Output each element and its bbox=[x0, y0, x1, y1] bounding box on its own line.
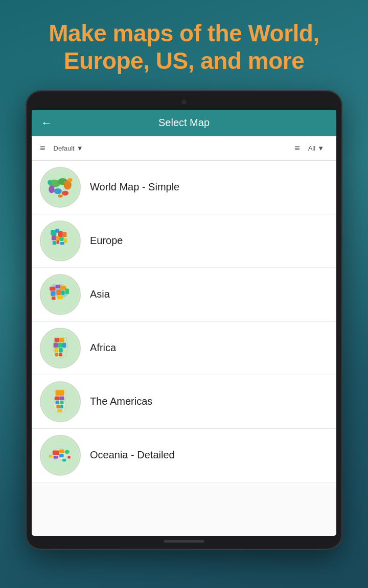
svg-rect-42 bbox=[55, 353, 59, 356]
map-thumbnail-africa bbox=[40, 328, 81, 369]
svg-point-8 bbox=[48, 180, 52, 185]
svg-rect-16 bbox=[59, 237, 64, 241]
svg-rect-17 bbox=[63, 232, 67, 237]
svg-rect-39 bbox=[62, 342, 66, 348]
sort-chevron-icon: ▼ bbox=[77, 144, 83, 152]
svg-rect-32 bbox=[57, 295, 62, 299]
svg-rect-18 bbox=[53, 241, 56, 245]
svg-rect-21 bbox=[60, 241, 64, 244]
filter-dropdown[interactable]: All ▼ bbox=[304, 142, 328, 154]
svg-point-62 bbox=[67, 455, 71, 458]
svg-point-6 bbox=[62, 190, 68, 195]
svg-rect-43 bbox=[59, 353, 62, 356]
svg-rect-47 bbox=[59, 396, 64, 400]
hero-title: Make maps of the World, Europe, US, and … bbox=[31, 19, 337, 75]
map-thumbnail-world-simple bbox=[40, 167, 81, 208]
svg-point-60 bbox=[49, 455, 53, 458]
map-name-americas: The Americas bbox=[90, 396, 152, 407]
map-thumbnail-europe bbox=[40, 220, 81, 261]
map-list: World Map - Simple bbox=[32, 161, 336, 536]
svg-rect-38 bbox=[58, 342, 62, 348]
svg-rect-28 bbox=[65, 288, 70, 293]
map-name-world-simple: World Map - Simple bbox=[90, 181, 179, 193]
map-thumbnail-americas bbox=[40, 381, 81, 422]
svg-rect-58 bbox=[54, 455, 59, 458]
svg-rect-26 bbox=[56, 285, 61, 288]
svg-rect-25 bbox=[50, 286, 55, 290]
svg-rect-37 bbox=[54, 342, 58, 348]
svg-rect-15 bbox=[56, 236, 59, 240]
svg-rect-45 bbox=[56, 390, 64, 396]
svg-rect-14 bbox=[52, 235, 56, 240]
svg-rect-33 bbox=[52, 296, 56, 300]
svg-point-7 bbox=[67, 178, 73, 182]
svg-rect-31 bbox=[61, 290, 65, 295]
svg-point-4 bbox=[54, 188, 62, 193]
svg-rect-19 bbox=[56, 240, 59, 244]
svg-rect-57 bbox=[59, 454, 64, 457]
svg-rect-30 bbox=[56, 289, 61, 295]
hero-section: Make maps of the World, Europe, US, and … bbox=[0, 0, 368, 90]
map-name-asia: Asia bbox=[90, 288, 110, 300]
svg-rect-55 bbox=[53, 450, 59, 455]
filter-icon: ≡ bbox=[294, 143, 300, 154]
map-item-world-simple[interactable]: World Map - Simple bbox=[32, 161, 336, 214]
svg-rect-51 bbox=[60, 404, 63, 408]
svg-rect-20 bbox=[64, 238, 67, 243]
svg-rect-46 bbox=[55, 396, 60, 400]
map-item-oceania[interactable]: Oceania - Detailed bbox=[32, 429, 336, 482]
map-name-europe: Europe bbox=[90, 235, 123, 247]
svg-rect-29 bbox=[51, 291, 56, 296]
svg-rect-52 bbox=[57, 409, 62, 412]
tablet-frame: ← Select Map ≡ Default ▼ ≡ All ▼ bbox=[26, 90, 342, 550]
map-thumbnail-oceania bbox=[40, 435, 81, 476]
back-button[interactable]: ← bbox=[41, 116, 52, 130]
map-thumbnail-asia bbox=[40, 274, 81, 315]
tablet-screen: ← Select Map ≡ Default ▼ ≡ All ▼ bbox=[32, 110, 336, 536]
app-bar: ← Select Map bbox=[32, 110, 336, 136]
svg-point-61 bbox=[62, 458, 66, 461]
map-item-africa[interactable]: Africa bbox=[32, 322, 336, 375]
tablet-home-bar bbox=[164, 540, 204, 543]
svg-point-0 bbox=[42, 168, 79, 205]
map-name-africa: Africa bbox=[90, 342, 116, 354]
sort-icon: ≡ bbox=[40, 143, 45, 154]
svg-rect-50 bbox=[56, 404, 60, 408]
svg-point-5 bbox=[49, 185, 54, 193]
svg-point-9 bbox=[58, 194, 63, 198]
tablet-camera bbox=[181, 100, 187, 105]
svg-rect-41 bbox=[59, 348, 63, 353]
app-bar-title: Select Map bbox=[59, 117, 309, 129]
filter-bar: ≡ Default ▼ ≡ All ▼ bbox=[32, 136, 336, 161]
map-name-oceania: Oceania - Detailed bbox=[90, 449, 175, 461]
svg-point-59 bbox=[65, 450, 70, 454]
svg-rect-36 bbox=[59, 338, 64, 342]
svg-rect-35 bbox=[55, 338, 60, 342]
svg-rect-48 bbox=[56, 401, 60, 404]
map-item-asia[interactable]: Asia bbox=[32, 268, 336, 322]
filter-chevron-icon: ▼ bbox=[317, 144, 324, 152]
svg-rect-56 bbox=[59, 449, 64, 453]
sort-dropdown[interactable]: Default ▼ bbox=[50, 142, 87, 154]
svg-rect-49 bbox=[60, 401, 64, 404]
svg-rect-40 bbox=[55, 348, 59, 353]
map-item-europe[interactable]: Europe bbox=[32, 214, 336, 268]
map-item-americas[interactable]: The Americas bbox=[32, 375, 336, 429]
